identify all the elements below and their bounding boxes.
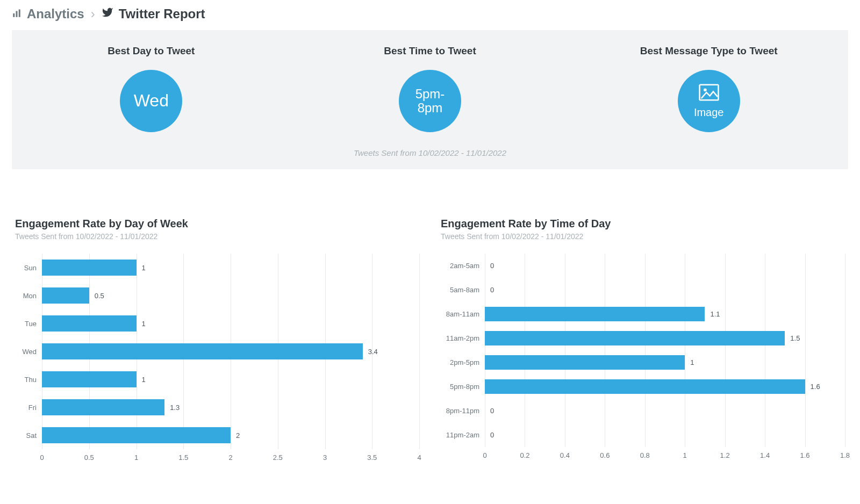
chevron-right-icon: › [91, 6, 95, 21]
chart-bar-value: 2 [236, 431, 240, 440]
twitter-icon [102, 6, 113, 21]
summary-card-best-type: Best Message Type to Tweet Image [569, 45, 848, 132]
chart-y-label: Tue [15, 309, 42, 337]
chart-x-tick: 1.4 [760, 451, 770, 459]
chart-bar[interactable] [485, 307, 705, 321]
chart-bar[interactable] [42, 343, 363, 359]
chart-bar-value: 1 [690, 358, 694, 366]
chart-bar[interactable] [42, 287, 89, 304]
chart-title: Engagement Rate by Day of Week [15, 218, 419, 230]
chart-y-label: 2am-5am [441, 254, 485, 278]
chart-bar-row: 3.4 [42, 337, 419, 365]
chart-bar-row: 0.5 [42, 282, 419, 309]
chart-bar[interactable] [485, 379, 805, 394]
chart-subtitle: Tweets Sent from 10/02/2022 - 11/01/2022 [15, 232, 419, 241]
chart-bar[interactable] [42, 399, 164, 415]
chart-bar[interactable] [485, 331, 785, 345]
chart-bar-row: 0 [485, 423, 845, 447]
chart-bar-row: 0 [485, 278, 845, 302]
chart-x-tick: 2.5 [273, 453, 283, 462]
chart-y-label: Fri [15, 393, 42, 421]
summary-card-best-time: Best Time to Tweet 5pm- 8pm [291, 45, 570, 132]
chart-x-tick: 1.6 [800, 451, 810, 459]
chart-bar-value: 1.1 [710, 310, 720, 318]
chart-x-tick: 1 [683, 451, 687, 459]
chart-x-axis: 00.511.522.533.54 [42, 450, 419, 464]
breadcrumb: Analytics › Twitter Report [0, 0, 860, 27]
breadcrumb-twitter-report[interactable]: Twitter Report [102, 6, 205, 21]
chart-bar-value: 1.3 [170, 404, 180, 412]
chart-x-tick: 3 [323, 453, 327, 462]
breadcrumb-analytics[interactable]: Analytics [12, 6, 84, 21]
chart-bar-value: 3.4 [368, 348, 378, 356]
chart-x-tick: 0.6 [600, 451, 610, 459]
chart-x-axis: 00.20.40.60.811.21.41.61.8 [485, 448, 845, 462]
chart-bar-value: 1.5 [790, 334, 800, 342]
chart-bar-row: 0 [485, 254, 845, 278]
chart-bar-row: 1.3 [42, 393, 419, 421]
chart-bar-row: 0 [485, 399, 845, 423]
chart-x-tick: 1.5 [178, 453, 188, 462]
chart-engagement-by-day: Engagement Rate by Day of Week Tweets Se… [15, 218, 419, 464]
summary-value-circle: Image [678, 70, 740, 132]
chart-bar-row: 1.5 [485, 326, 845, 350]
chart-bar-value: 0 [490, 262, 494, 270]
svg-rect-0 [13, 13, 15, 17]
chart-bar-value: 1 [142, 264, 146, 272]
chart-bar[interactable] [42, 260, 137, 276]
chart-bar[interactable] [485, 355, 685, 370]
charts-row: Engagement Rate by Day of Week Tweets Se… [0, 169, 860, 464]
chart-y-label: 2pm-5pm [441, 350, 485, 375]
chart-y-label: 5pm-8pm [441, 375, 485, 399]
chart-y-label: Sun [15, 254, 42, 282]
chart-y-label: Mon [15, 282, 42, 309]
chart-x-tick: 2 [228, 453, 232, 462]
image-icon [699, 84, 719, 103]
chart-bar-value: 0.5 [95, 292, 104, 300]
chart-bar-row: 1 [42, 309, 419, 337]
summary-title: Best Time to Tweet [384, 45, 476, 57]
chart-x-tick: 1.8 [840, 451, 850, 459]
chart-x-tick: 0 [40, 453, 44, 462]
chart-bar[interactable] [42, 427, 231, 443]
chart-bar-value: 1 [142, 376, 146, 384]
chart-y-label: 5am-8am [441, 278, 485, 302]
summary-value: Wed [134, 91, 169, 110]
analytics-icon [12, 6, 22, 21]
summary-title: Best Message Type to Tweet [640, 45, 778, 57]
svg-rect-1 [16, 11, 18, 17]
chart-bar[interactable] [42, 371, 137, 387]
chart-y-label: 8pm-11pm [441, 399, 485, 423]
chart-y-label: 11pm-2am [441, 423, 485, 447]
chart-x-tick: 4 [417, 453, 421, 462]
chart-x-tick: 0.4 [560, 451, 570, 459]
summary-value-circle: 5pm- 8pm [399, 70, 461, 132]
chart-y-label: Thu [15, 365, 42, 393]
chart-x-tick: 0.8 [640, 451, 650, 459]
svg-rect-2 [19, 10, 20, 17]
chart-y-label: Wed [15, 337, 42, 365]
chart-bar-value: 1 [142, 320, 146, 328]
chart-x-tick: 3.5 [367, 453, 377, 462]
chart-subtitle: Tweets Sent from 10/02/2022 - 11/01/2022 [441, 232, 845, 241]
summary-panel: Best Day to Tweet Wed Best Time to Tweet… [12, 30, 848, 169]
chart-bar-row: 1 [485, 350, 845, 375]
chart-y-label: 8am-11am [441, 302, 485, 326]
chart-y-label: 11am-2pm [441, 326, 485, 350]
chart-bar-row: 1 [42, 365, 419, 393]
chart-grid-line [845, 254, 845, 447]
chart-grid-line [419, 254, 420, 449]
chart-bar-row: 2 [42, 421, 419, 449]
chart-x-tick: 0 [483, 451, 486, 459]
chart-bar[interactable] [42, 315, 137, 332]
chart-engagement-by-time: Engagement Rate by Time of Day Tweets Se… [441, 218, 845, 464]
summary-value-circle: Wed [120, 70, 182, 132]
svg-point-4 [704, 88, 707, 91]
chart-y-label: Sat [15, 421, 42, 449]
chart-bar-row: 1.6 [485, 375, 845, 399]
breadcrumb-report-label: Twitter Report [119, 6, 205, 21]
chart-x-tick: 1 [134, 453, 138, 462]
chart-bar-value: 0 [490, 407, 494, 415]
chart-y-labels: 2am-5am5am-8am8am-11am11am-2pm2pm-5pm5pm… [441, 254, 485, 447]
chart-bar-value: 0 [490, 286, 494, 294]
